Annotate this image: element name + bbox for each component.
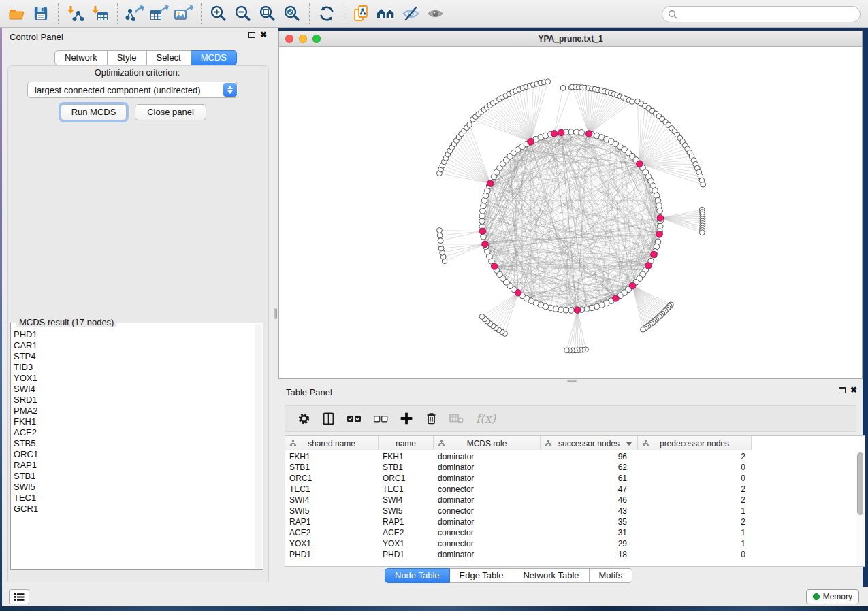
result-node-item[interactable]: GCR1 bbox=[14, 503, 253, 514]
network-node[interactable] bbox=[545, 79, 551, 84]
result-node-item[interactable]: ORC1 bbox=[14, 449, 253, 460]
table-tab-motifs[interactable]: Motifs bbox=[590, 568, 633, 583]
result-node-item[interactable]: ACE2 bbox=[14, 427, 253, 438]
tab-network[interactable]: Network bbox=[54, 50, 108, 65]
network-node[interactable] bbox=[467, 122, 472, 127]
column-header-successor-nodes[interactable]: successor nodes bbox=[541, 436, 638, 450]
column-header-mcds-role[interactable]: MCDS role bbox=[434, 436, 541, 450]
mcds-node[interactable] bbox=[656, 231, 663, 238]
mcds-node[interactable] bbox=[551, 131, 558, 137]
table-row[interactable]: SWI5SWI5connector431 bbox=[285, 506, 856, 516]
result-node-item[interactable]: SWI5 bbox=[14, 482, 253, 493]
network-node[interactable] bbox=[479, 314, 485, 320]
network-node[interactable] bbox=[641, 327, 646, 332]
tab-select[interactable]: Select bbox=[147, 50, 191, 65]
close-panel-button[interactable]: Close panel bbox=[135, 104, 206, 120]
result-node-item[interactable]: CAR1 bbox=[14, 340, 253, 351]
import-table-button[interactable] bbox=[88, 3, 112, 24]
scrollbar-thumb[interactable] bbox=[857, 452, 863, 515]
mcds-node[interactable] bbox=[528, 138, 534, 145]
column-header-predecessor-nodes[interactable]: predecessor nodes bbox=[638, 436, 752, 450]
copy-network-button[interactable] bbox=[349, 3, 374, 24]
table-row[interactable]: PHD1PHD1dominator180 bbox=[285, 549, 856, 560]
zoom-out-button[interactable] bbox=[231, 3, 255, 24]
export-table-button[interactable] bbox=[147, 3, 172, 24]
tab-mcds[interactable]: MCDS bbox=[191, 50, 237, 65]
result-node-item[interactable]: RAP1 bbox=[14, 460, 253, 471]
table-row[interactable]: STB1STB1dominator620 bbox=[285, 462, 856, 473]
refresh-view-button[interactable] bbox=[315, 3, 339, 24]
mcds-node[interactable] bbox=[613, 295, 620, 302]
column-header-name[interactable]: name bbox=[379, 436, 434, 450]
mcds-node[interactable] bbox=[482, 241, 489, 248]
network-node[interactable] bbox=[657, 208, 663, 214]
import-network-button[interactable] bbox=[63, 3, 88, 24]
run-mcds-button[interactable]: Run MCDS bbox=[61, 104, 127, 120]
network-node[interactable] bbox=[438, 238, 443, 244]
vertical-splitter[interactable] bbox=[272, 28, 278, 587]
mcds-node[interactable] bbox=[491, 263, 498, 270]
network-node[interactable] bbox=[437, 228, 443, 233]
close-panel-icon[interactable]: ✖ bbox=[260, 31, 267, 38]
save-session-button[interactable] bbox=[29, 3, 53, 24]
result-node-item[interactable]: STB5 bbox=[14, 438, 253, 449]
add-column-button[interactable] bbox=[400, 412, 413, 425]
table-row[interactable]: FKH1FKH1dominator962 bbox=[285, 451, 856, 462]
table-vertical-scrollbar[interactable] bbox=[856, 451, 864, 565]
show-columns-button[interactable] bbox=[322, 412, 335, 425]
splitter-grip[interactable] bbox=[567, 380, 577, 382]
network-node[interactable] bbox=[560, 85, 566, 90]
table-row[interactable]: SWI4SWI4dominator462 bbox=[285, 495, 856, 506]
network-node[interactable] bbox=[630, 99, 635, 105]
mcds-node[interactable] bbox=[645, 263, 652, 269]
result-node-item[interactable]: STP4 bbox=[14, 351, 253, 362]
close-panel-icon[interactable]: ✖ bbox=[850, 386, 857, 393]
result-node-item[interactable]: PMA2 bbox=[14, 406, 253, 416]
select-all-button[interactable] bbox=[347, 414, 361, 423]
mcds-node[interactable] bbox=[585, 131, 592, 137]
show-all-button[interactable] bbox=[423, 3, 447, 24]
first-neighbors-button[interactable] bbox=[374, 3, 398, 24]
search-input[interactable] bbox=[681, 7, 860, 21]
open-session-button[interactable] bbox=[4, 3, 29, 24]
result-node-item[interactable]: TID3 bbox=[14, 362, 253, 373]
memory-button[interactable]: Memory bbox=[806, 589, 859, 604]
network-node[interactable] bbox=[564, 348, 569, 353]
result-node-item[interactable]: YOX1 bbox=[14, 373, 253, 384]
result-node-item[interactable]: TEC1 bbox=[14, 493, 253, 503]
sort-chevron-icon[interactable] bbox=[626, 442, 632, 446]
result-node-item[interactable]: SWI4 bbox=[14, 384, 253, 395]
result-node-item[interactable]: SRD1 bbox=[14, 395, 253, 406]
float-panel-icon[interactable] bbox=[839, 387, 846, 393]
show-panels-menu-button[interactable] bbox=[9, 589, 29, 604]
result-node-item[interactable]: STB1 bbox=[14, 471, 253, 482]
mcds-node[interactable] bbox=[574, 307, 581, 314]
network-window-titlebar[interactable]: YPA_prune.txt_1 bbox=[279, 31, 862, 47]
network-canvas[interactable] bbox=[279, 47, 862, 378]
float-panel-icon[interactable] bbox=[248, 32, 255, 38]
tab-style[interactable]: Style bbox=[108, 50, 147, 65]
table-settings-button[interactable] bbox=[298, 412, 310, 425]
result-node-item[interactable]: FKH1 bbox=[14, 416, 253, 427]
zoom-fit-button[interactable] bbox=[255, 3, 280, 24]
search-box[interactable] bbox=[662, 6, 861, 22]
export-network-button[interactable] bbox=[123, 3, 147, 24]
mcds-node[interactable] bbox=[558, 129, 564, 136]
result-node-item[interactable]: PHD1 bbox=[14, 329, 253, 340]
table-row[interactable]: ACE2ACE2connector311 bbox=[285, 527, 856, 538]
table-row[interactable]: RAP1RAP1dominator352 bbox=[285, 516, 856, 527]
result-list-scrollbar[interactable] bbox=[255, 324, 262, 569]
deselect-all-button[interactable] bbox=[373, 414, 388, 423]
mcds-node[interactable] bbox=[657, 215, 664, 222]
mcds-node[interactable] bbox=[629, 282, 636, 289]
table-row[interactable]: TEC1TEC1connector472 bbox=[285, 484, 856, 495]
table-tab-node-table[interactable]: Node Table bbox=[385, 568, 450, 583]
mcds-node[interactable] bbox=[479, 228, 486, 235]
table-tab-network-table[interactable]: Network Table bbox=[513, 568, 589, 583]
export-image-button[interactable] bbox=[172, 3, 196, 24]
delete-column-button[interactable] bbox=[425, 412, 438, 425]
table-row[interactable]: ORC1ORC1dominator610 bbox=[285, 473, 856, 484]
network-node[interactable] bbox=[437, 233, 443, 238]
zoom-in-button[interactable] bbox=[206, 3, 231, 24]
table-tab-edge-table[interactable]: Edge Table bbox=[450, 568, 514, 583]
